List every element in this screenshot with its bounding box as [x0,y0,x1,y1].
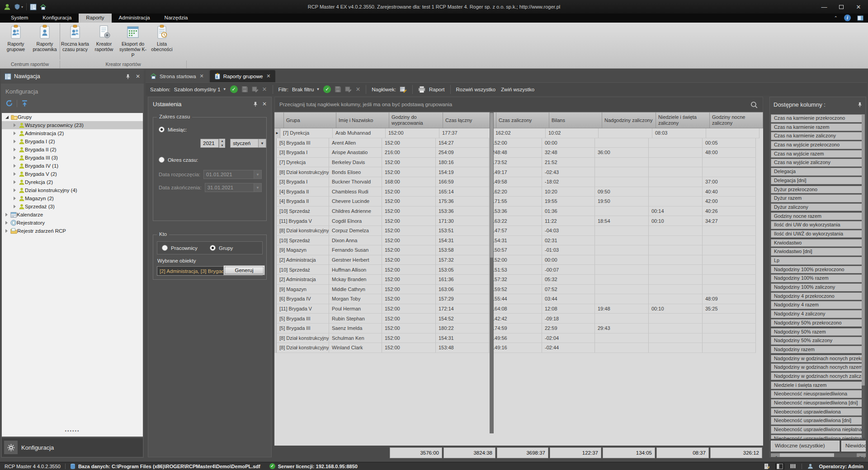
available-column-nadgodziny-50-razem[interactable]: Nadgodziny 50% razem [771,328,862,336]
close-icon[interactable]: ✕ [262,101,267,107]
okres-czasu-radio[interactable] [159,157,165,163]
tree-item-brygada-iv-1[interactable]: Brygada IV (1) [2,162,143,170]
refresh-icon[interactable] [5,99,13,107]
column-header-godziny-do-wypracowania[interactable]: Godziny do wypracowania [389,112,443,128]
columns-view-icon[interactable] [790,463,796,469]
raport-button[interactable]: Raport [429,87,445,92]
available-column-czas-na-karmienie-razem[interactable]: Czas na karmienie razem [771,123,862,132]
available-column-dyżur-razem[interactable]: Dyżur razem [771,194,862,202]
scroll-left-icon[interactable]: ◀ [771,453,780,457]
pin-icon[interactable] [126,74,130,80]
pracownicy-radio[interactable] [162,245,168,251]
table-row[interactable]: [5] Brygada IIIRubin Stephan152:00154:52… [274,314,763,324]
filtr-edit-icon[interactable] [345,86,352,93]
column-header-grupa[interactable]: Grupa [284,112,336,128]
table-row[interactable]: ►[7] DyrekcjaArab Muhannad152:00177:3716… [274,128,763,138]
grupy-radio[interactable] [210,245,216,251]
ribbon-button-raporty-grupowe[interactable]: Raportygrupowe [1,23,30,61]
expand-all-button[interactable]: Rozwiń wszystko [456,87,496,92]
ribbon-button-lista-obecności[interactable]: Listaobecności [147,23,176,61]
columns-horizontal-scrollbar[interactable]: ◀ ▶ [771,453,866,457]
available-column-nadgodziny-w-godzinach-nocnych-przekroczono[interactable]: Nadgodziny w godzinach nocnych przekrocz… [771,355,862,363]
miesiac-radio[interactable] [159,127,165,132]
menu-tab-administracja[interactable]: Administracja [112,14,157,23]
scrollbar-thumb[interactable] [490,113,493,258]
tree-item-sprzedaż-3[interactable]: Sprzedaż (3) [2,202,143,211]
panel-toggle-icon[interactable] [775,463,784,470]
filtr-apply-icon[interactable]: ✓ [323,85,331,93]
columns-vertical-scrollbar[interactable] [862,114,865,438]
szablon-apply-icon[interactable]: ✓ [230,85,238,93]
column-header-bilans[interactable]: Bilans [549,112,602,128]
filtr-save-icon[interactable] [335,86,341,93]
available-column-nadgodziny-w-godzinach-nocnych-zaliczony[interactable]: Nadgodziny w godzinach nocnych zaliczony [771,372,862,381]
table-row[interactable]: [2] AdministracjaGerstner Herbert152:001… [274,255,763,265]
menu-tab-system[interactable]: System [4,14,35,23]
table-row[interactable]: [10] SprzedażDixon Anna152:00154:31154:3… [274,236,763,246]
available-column-nieobecność-usprawiedliwiona-dni[interactable]: Nieobecność usprawiedliwiona [dni] [771,417,862,425]
expanded-arrow-icon[interactable] [5,116,9,119]
collapsed-arrow-icon[interactable] [14,180,16,184]
table-row[interactable]: [2] AdministracjaMckay Branden152:00161:… [274,275,763,285]
ribbon-button-roczna-karta-czasu-pracy[interactable]: Roczna kartaczasu pracy [61,23,90,61]
layout-icon[interactable] [857,15,863,21]
collapse-all-icon[interactable] [21,99,28,107]
maximize-button[interactable] [839,5,844,9]
available-column-delegacja[interactable]: Delegacja [771,168,862,176]
table-row[interactable]: [9] MagazynFernando Susan152:00153:58150… [274,245,763,255]
table-row[interactable]: [7] DyrekcjaBerkeley Davis152:00180:1617… [274,158,763,168]
table-row[interactable]: [3] Brygada IArispe Anastatio216:00254:0… [274,148,763,158]
generate-button[interactable]: Generuj [223,265,265,275]
spin-up-icon[interactable]: ▲ [219,139,225,143]
close-icon[interactable]: ✕ [136,73,140,80]
collapsed-arrow-icon[interactable] [5,229,8,233]
visible-all-button[interactable]: Widoczne (wszystkie) [771,441,840,451]
available-column-czas-na-wyjście-przekroczono[interactable]: Czas na wyjście przekroczono [771,141,862,149]
available-column-nieobecność-usprawiedliwiona-niepłatna[interactable]: Nieobecność usprawiedliwiona niepłatna [771,426,862,434]
navigation-footer[interactable]: Konfiguracja [2,438,143,457]
tree-item-wszyscy-pracownicy-23[interactable]: Wszyscy pracownicy (23) [2,121,143,129]
tree-item-brygada-iii-3[interactable]: Brygada III (3) [2,154,143,162]
table-row[interactable]: [5] Brygada IIIArent Allen152:00154:2715… [274,138,763,148]
collapsed-arrow-icon[interactable] [14,148,16,151]
close-button[interactable]: ✕ [855,4,862,10]
naglowek-edit-icon[interactable] [400,86,407,93]
column-header-imię-i-nazwisko[interactable]: Imię i Nazwisko [336,112,389,128]
available-column-nieobecność-usprawiedliwiona-niepłatna-dni[interactable]: Nieobecność usprawiedliwiona niepłatna [… [771,435,862,439]
collapsed-arrow-icon[interactable] [14,205,16,208]
collapsed-arrow-icon[interactable] [14,164,16,168]
table-row[interactable]: [9] MagazynMiddle Cathryn152:00163:06159… [274,285,763,295]
collapsed-arrow-icon[interactable] [5,213,8,216]
table-row[interactable]: [8] Dział konstrukcyjnySchulman Ken152:0… [274,334,763,343]
column-header-czas-zaliczony[interactable]: Czas zaliczony [496,112,549,128]
collapsed-arrow-icon[interactable] [14,172,16,176]
tree-item-grupy[interactable]: Grupy [2,113,143,121]
available-column-nadgodziny-50-przekroczono[interactable]: Nadgodziny 50% przekroczono [771,319,862,327]
tree-item-dział-konstrukcyjny-4[interactable]: Dział konstrukcyjny (4) [2,186,143,194]
available-column-czas-na-wyjście-zaliczony[interactable]: Czas na wyjście zaliczony [771,159,862,167]
table-row[interactable]: [10] SprzedażHuffman Allison152:00153:05… [274,265,763,275]
table-row[interactable]: [3] Brygada IBuckner Thorvald168:00166:5… [274,177,763,187]
available-column-nadgodziny-4-razem[interactable]: Nadgodziny 4 razem [771,301,862,309]
collapsed-arrow-icon[interactable] [5,221,8,225]
year-field[interactable]: 2021 [200,139,219,148]
grid-vertical-scrollbar[interactable] [490,112,494,433]
log-icon[interactable] [764,463,770,470]
data-rozpoczecia-field[interactable]: 01.01.2021▼ [203,170,262,179]
year-spinner[interactable]: ▲▼ [219,139,225,148]
available-column-ilość-dni-uw-do-wykorzystania[interactable]: Ilość dni UW do wykorzystania [771,221,862,229]
scrollbar-track[interactable] [834,453,857,457]
collapsed-arrow-icon[interactable] [14,132,16,135]
table-row[interactable]: [6] Brygada IVMorgan Toby152:00157:29155… [274,294,763,304]
tree-item-rejestr-zdarzeń-rcp[interactable]: Rejestr zdarzeń RCP [2,227,143,235]
column-header-niedziele-i-święta-zaliczony[interactable]: Niedziele i święta zaliczony [656,112,710,128]
tasklist-icon[interactable] [30,4,37,10]
tree-item-rejestratory[interactable]: Rejestratory [2,219,143,227]
available-column-ilość-dni-uwż-do-wykorzystania[interactable]: Ilość dni UWŻ do wykorzystania [771,230,862,238]
tree-item-brygada-i-2[interactable]: Brygada I (2) [2,137,143,146]
ribbon-button-kreator-raportów[interactable]: Kreatorraportów [90,23,118,61]
available-column-nieobecność-nieusprawiedliwiona-dni[interactable]: Nieobecność nieusprawiedliwiona [dni] [771,399,862,407]
ribbon-button-eksport-do-systemów-k-p[interactable]: Eksport dosystemów K-P [118,23,147,61]
splitter-handle[interactable]: •••••• [1,428,144,433]
data-zakonczenia-field[interactable]: 31.01.2021▼ [205,183,262,192]
